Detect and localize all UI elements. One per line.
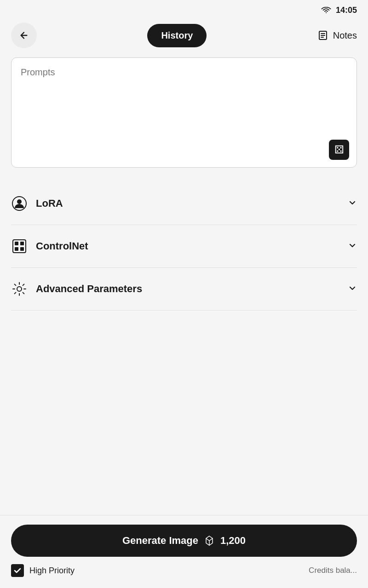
status-bar: 14:05	[0, 0, 368, 19]
advanced-parameters-icon	[11, 281, 28, 297]
generate-button[interactable]: Generate Image 1,200	[11, 525, 357, 557]
svg-point-2	[17, 199, 22, 204]
advanced-parameters-chevron	[348, 283, 357, 295]
bottom-bar: Generate Image 1,200 High Priority Credi…	[0, 515, 368, 588]
status-time: 14:05	[336, 6, 357, 15]
notes-label: Notes	[333, 30, 357, 41]
controlnet-icon	[11, 238, 28, 254]
svg-point-8	[17, 287, 22, 291]
dice-icon[interactable]: ⚄	[329, 140, 349, 160]
high-priority-label: High Priority	[29, 566, 75, 576]
advanced-parameters-section[interactable]: Advanced Parameters	[11, 268, 357, 311]
lora-icon	[11, 195, 28, 212]
history-button[interactable]: History	[147, 24, 207, 47]
svg-rect-7	[20, 247, 24, 251]
credits-balance: Credits bala...	[309, 566, 357, 575]
notes-button[interactable]: Notes	[317, 30, 357, 41]
bottom-options: High Priority Credits bala...	[11, 564, 357, 577]
notes-icon	[317, 30, 328, 41]
svg-rect-4	[15, 242, 18, 245]
svg-rect-3	[13, 240, 26, 253]
svg-rect-6	[15, 247, 18, 251]
advanced-parameters-label: Advanced Parameters	[36, 283, 142, 295]
controlnet-section[interactable]: ControlNet	[11, 225, 357, 268]
crystal-icon	[204, 535, 215, 546]
controlnet-label: ControlNet	[36, 240, 88, 252]
header: History Notes	[0, 19, 368, 57]
prompts-container: ⚄	[11, 57, 357, 168]
high-priority-option[interactable]: High Priority	[11, 564, 75, 577]
generate-label: Generate Image	[122, 535, 198, 547]
wifi-icon	[321, 7, 331, 14]
lora-chevron	[348, 198, 357, 209]
lora-label: LoRA	[36, 198, 63, 209]
back-button[interactable]	[11, 23, 37, 48]
main-content: ⚄ LoRA	[0, 57, 368, 384]
controlnet-chevron	[348, 241, 357, 252]
prompts-input[interactable]	[21, 67, 347, 150]
generate-cost: 1,200	[220, 535, 246, 547]
sections-list: LoRA ControlNe	[11, 182, 357, 311]
high-priority-checkbox[interactable]	[11, 564, 24, 577]
lora-section[interactable]: LoRA	[11, 182, 357, 225]
svg-rect-5	[20, 242, 24, 245]
